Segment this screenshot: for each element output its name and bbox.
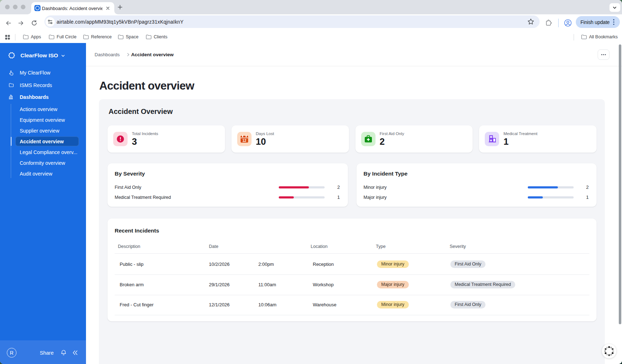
svg-text:12: 12 [242, 139, 247, 143]
